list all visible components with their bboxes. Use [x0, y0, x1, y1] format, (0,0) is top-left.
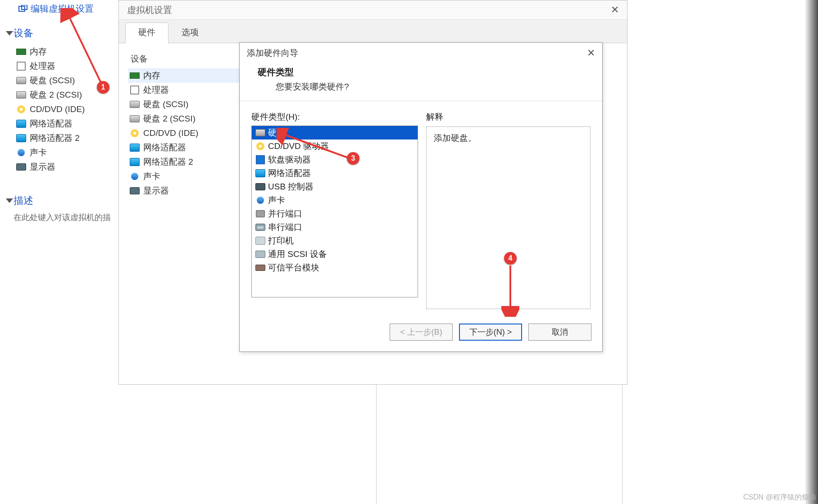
network-icon [255, 169, 265, 177]
printer-icon [255, 237, 265, 245]
wizard-banner-title: 硬件类型 [258, 66, 584, 78]
network-icon [16, 120, 26, 128]
usb-icon [255, 183, 265, 191]
serial-port-icon: oıo [255, 223, 265, 231]
hardware-type-label: 硬件类型(H): [251, 111, 418, 123]
network-icon [130, 158, 140, 166]
hw-item-tpm[interactable]: 可信平台模块 [252, 261, 418, 274]
edit-vm-settings-label: 编辑虚拟机设置 [31, 3, 94, 15]
devices-section-header[interactable]: 设备 [7, 27, 118, 40]
collapse-icon [6, 31, 13, 36]
hw-item-sound[interactable]: 声卡 [252, 194, 418, 207]
annotation-marker-1: 1 [97, 81, 109, 94]
collapse-icon [6, 198, 13, 203]
tab-options[interactable]: 选项 [168, 22, 212, 43]
cd-icon [130, 129, 140, 137]
next-button[interactable]: 下一步(N) > [459, 324, 522, 341]
network-icon [130, 144, 140, 152]
cd-icon [255, 142, 265, 150]
explanation-text: 添加硬盘。 [434, 133, 477, 143]
hw-item-cddvd[interactable]: CD/DVD 驱动器 [252, 140, 418, 153]
hw-item-printer[interactable]: 打印机 [252, 234, 418, 248]
device-item-cpu[interactable]: 处理器 [16, 59, 118, 73]
hw-item-usb[interactable]: USB 控制器 [252, 180, 418, 194]
vm-summary-panel: 编辑虚拟机设置 设备 内存 处理器 硬盘 (SCSI) 硬盘 2 (SCSI) … [0, 0, 118, 504]
devices-list: 内存 处理器 硬盘 (SCSI) 硬盘 2 (SCSI) CD/DVD (IDE… [16, 45, 118, 174]
wizard-banner-subtitle: 您要安装哪类硬件? [276, 81, 584, 93]
cpu-icon [16, 62, 26, 70]
vm-settings-titlebar: 虚拟机设置 ✕ [119, 0, 627, 20]
wizard-button-row: < 上一步(B) 下一步(N) > 取消 [240, 315, 602, 351]
explanation-label: 解释 [426, 111, 591, 123]
floppy-icon [255, 156, 265, 164]
device-item-sound[interactable]: 声卡 [16, 145, 118, 160]
device-item-net1[interactable]: 网络适配器 [16, 117, 118, 131]
hw-item-harddisk[interactable]: 硬盘 [252, 126, 418, 140]
description-section-header[interactable]: 描述 [7, 194, 118, 207]
memory-icon [130, 72, 140, 80]
annotation-marker-3: 3 [347, 152, 359, 165]
display-icon [16, 163, 26, 171]
hdd-icon [16, 76, 26, 85]
hardware-type-listbox[interactable]: 硬盘 CD/DVD 驱动器 软盘驱动器 网络适配器 USB 控制器 声卡 并行端… [251, 126, 418, 297]
wizard-titlebar: 添加硬件向导 ✕ [240, 43, 602, 63]
device-item-memory[interactable]: 内存 [16, 45, 118, 59]
hdd-icon [255, 129, 265, 137]
device-item-net2[interactable]: 网络适配器 2 [16, 131, 118, 145]
memory-icon [16, 48, 26, 56]
tab-hardware[interactable]: 硬件 [125, 22, 168, 43]
close-icon[interactable]: ✕ [611, 4, 619, 16]
network-icon [16, 134, 26, 142]
sound-icon [130, 172, 140, 180]
explanation-box: 添加硬盘。 [426, 126, 591, 309]
cd-icon [16, 105, 26, 113]
tpm-icon [255, 264, 265, 272]
scsi-icon [255, 250, 265, 258]
close-icon[interactable]: ✕ [587, 47, 595, 59]
device-item-cddvd[interactable]: CD/DVD (IDE) [16, 102, 118, 117]
description-placeholder[interactable]: 在此处键入对该虚拟机的描 [14, 212, 118, 223]
hw-item-floppy[interactable]: 软盘驱动器 [252, 153, 418, 166]
right-edge-shadow [804, 0, 818, 504]
add-hardware-wizard-dialog: 添加硬件向导 ✕ 硬件类型 您要安装哪类硬件? 硬件类型(H): 硬盘 CD/D… [239, 42, 603, 352]
hw-item-scsi[interactable]: 通用 SCSI 设备 [252, 248, 418, 261]
hdd-icon [16, 91, 26, 99]
cpu-icon [130, 86, 140, 94]
hdd-icon [130, 100, 140, 108]
watermark-text: CSDN @程序猿的烦恼 [743, 493, 816, 502]
sound-icon [16, 148, 26, 157]
edit-settings-icon [18, 5, 28, 13]
sound-icon [255, 196, 265, 204]
settings-tabs: 硬件 选项 [119, 20, 627, 43]
display-icon [130, 187, 140, 195]
annotation-marker-4: 4 [504, 252, 517, 265]
wizard-banner: 硬件类型 您要安装哪类硬件? [240, 63, 602, 101]
cancel-button[interactable]: 取消 [528, 324, 591, 341]
edit-vm-settings-link[interactable]: 编辑虚拟机设置 [18, 3, 118, 15]
hdd-icon [130, 115, 140, 123]
hw-item-network[interactable]: 网络适配器 [252, 166, 418, 180]
parallel-port-icon [255, 210, 265, 218]
back-button: < 上一步(B) [390, 324, 453, 341]
hw-item-serial[interactable]: oıo串行端口 [252, 220, 418, 234]
hw-item-parallel[interactable]: 并行端口 [252, 207, 418, 220]
device-item-display[interactable]: 显示器 [16, 160, 118, 174]
